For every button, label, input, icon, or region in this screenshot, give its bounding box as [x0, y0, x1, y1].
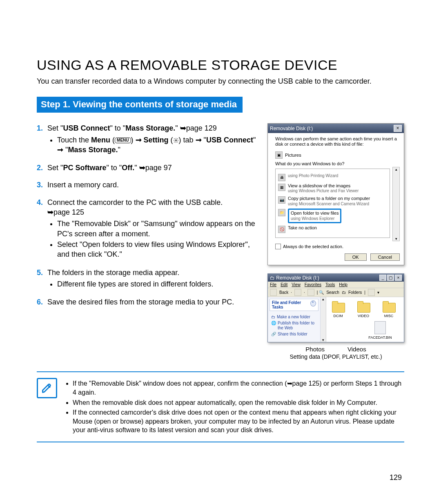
explorer-menubar[interactable]: FileEditViewFavoritesToolsHelp: [268, 282, 404, 288]
note-item: If the connected camcorder's disk drive …: [73, 408, 404, 435]
explorer-title: Removable Disk (I:): [276, 275, 319, 281]
removable-disk-dialog: Removable Disk (I:) × Windows can perfor…: [267, 123, 404, 265]
note-item: If the "Removable Disk" window does not …: [73, 379, 404, 397]
note-item: When the removable disk does not appear …: [73, 398, 404, 407]
collapse-icon[interactable]: ˄: [310, 300, 316, 306]
dialog-message: Windows can perform the same action each…: [275, 136, 400, 147]
up-icon[interactable]: [307, 289, 314, 296]
file-icon: [374, 321, 386, 334]
intro-text: You can transfer recorded data to a Wind…: [37, 76, 404, 86]
always-checkbox[interactable]: Always do the selected action.: [275, 244, 400, 249]
explorer-window: 🗀 Removable Disk (I:) _▢× FileEditViewFa…: [267, 273, 404, 342]
task-new-folder[interactable]: 🗀Make a new folder: [271, 315, 317, 320]
step-1: 1. Set "USB Connect" to "Mass Storage." …: [37, 123, 263, 155]
step-3: 3.Insert a memory card.: [37, 180, 263, 190]
scanner-icon: 📷: [278, 196, 285, 204]
step-6: 6.Save the desired files from the storag…: [37, 297, 263, 307]
menu-icon: MENU: [115, 138, 131, 143]
notes-section: If the "Removable Disk" window does not …: [37, 378, 404, 436]
forward-icon[interactable]: [294, 289, 301, 296]
notes-rule-bottom: [37, 442, 404, 442]
window-buttons[interactable]: _▢×: [379, 275, 402, 281]
dialog-scrollbar[interactable]: ▴▾: [392, 167, 400, 242]
close-icon[interactable]: ×: [394, 125, 402, 132]
step-2: 2. Set "PC Software" to "Off." ➥page 97: [37, 163, 263, 173]
explorer-toolbar[interactable]: Back · · | 🔍 Search 🗀 Folders | ▾: [268, 288, 404, 297]
action-list[interactable]: 🖶using Photo Printing Wizard ▦View a sli…: [275, 169, 390, 238]
screenshots-column: Removable Disk (I:) × Windows can perfor…: [267, 123, 404, 360]
cancel-button[interactable]: Cancel: [370, 253, 400, 261]
dcim-folder[interactable]: DCIM: [331, 301, 345, 318]
pane-scrollbar[interactable]: ▴▾: [321, 297, 326, 342]
folder-icon: [382, 301, 396, 313]
printer-icon: 🖶: [278, 174, 285, 181]
highlighted-option: Open folder to view filesusing Windows E…: [288, 209, 341, 223]
folder-icon: [356, 301, 370, 313]
views-icon[interactable]: [368, 289, 375, 296]
task-publish[interactable]: 🌐Publish this folder to the Web: [271, 321, 317, 331]
dialog-title: Removable Disk (I:): [270, 126, 313, 131]
gear-icon: [173, 138, 179, 143]
misc-folder[interactable]: MISC: [382, 301, 396, 318]
step-heading: Step 1. Viewing the contents of storage …: [37, 97, 243, 113]
ok-button[interactable]: OK: [345, 253, 367, 261]
back-icon[interactable]: [270, 289, 277, 296]
setting-caption: Setting data (DPOF, PLAYLIST, etc.): [267, 353, 404, 360]
explorer-sidebar: File and Folder Tasks˄ 🗀Make a new folde…: [268, 297, 321, 342]
step-5: 5. The folders in the storage media appe…: [37, 268, 263, 290]
page-title: USING AS A REMOVABLE STORAGE DEVICE: [37, 57, 404, 73]
notes-rule-top: [37, 371, 404, 372]
facedat-file[interactable]: FACEDAT.BIN: [359, 321, 401, 340]
folder-caption: PhotosVideos: [267, 346, 404, 353]
explorer-pane[interactable]: ▴▾ DCIM VIDEO MISC FACEDAT.BIN: [321, 297, 404, 342]
cancel-icon: 🚫: [278, 226, 285, 233]
page-number: 129: [390, 473, 402, 482]
video-folder[interactable]: VIDEO: [356, 301, 370, 318]
slideshow-icon: ▦: [278, 184, 285, 191]
folder-icon: [331, 301, 345, 313]
instructions-column: 1. Set "USB Connect" to "Mass Storage." …: [37, 123, 267, 314]
folder-icon: 📁: [278, 209, 285, 216]
note-icon: [37, 378, 57, 398]
svg-point-0: [175, 140, 177, 141]
picture-icon: ▣: [275, 151, 283, 159]
task-share[interactable]: 🔗Share this folder: [271, 332, 317, 337]
step-4: 4. Connect the camcorder to the PC with …: [37, 198, 263, 260]
